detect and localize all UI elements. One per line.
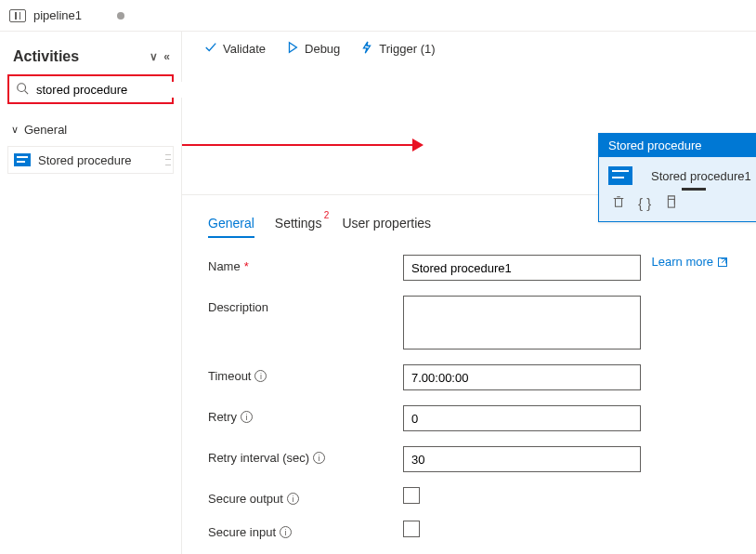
info-icon[interactable]: i — [280, 526, 292, 538]
lightning-icon — [360, 41, 373, 57]
trigger-button[interactable]: Trigger (1) — [360, 41, 435, 57]
description-input[interactable] — [403, 296, 641, 350]
tab-user-properties[interactable]: User properties — [342, 210, 431, 238]
name-label: Name — [208, 259, 241, 273]
info-icon[interactable]: i — [313, 452, 325, 464]
timeout-input[interactable] — [403, 364, 641, 390]
learn-more-link[interactable]: Learn more — [652, 255, 728, 269]
secure-output-checkbox[interactable] — [403, 487, 420, 504]
node-name: Stored procedure1 — [651, 169, 751, 183]
settings-badge: 2 — [324, 210, 330, 220]
expand-collapse-icon[interactable]: ∨ — [150, 50, 158, 63]
pipeline-canvas[interactable]: Stored procedure Stored procedure1 { } — [182, 68, 756, 194]
annotation-arrow-head — [412, 138, 424, 152]
validate-button[interactable]: Validate — [204, 41, 266, 57]
group-label: General — [24, 123, 67, 137]
activity-label: Stored procedure — [38, 153, 131, 167]
name-input[interactable] — [403, 255, 641, 281]
activities-search-input[interactable] — [34, 82, 194, 98]
play-icon — [286, 41, 299, 57]
svg-rect-6 — [669, 199, 675, 207]
code-icon[interactable]: { } — [638, 195, 651, 211]
check-icon — [204, 41, 217, 57]
svg-point-0 — [18, 83, 26, 91]
activity-stored-procedure[interactable]: Stored procedure — [7, 146, 174, 174]
stored-procedure-icon — [14, 153, 31, 166]
retry-interval-label: Retry interval (sec) — [208, 451, 309, 465]
stored-procedure-icon — [608, 166, 632, 185]
search-highlight — [7, 74, 174, 104]
node-type-label: Stored procedure — [599, 134, 756, 157]
copy-icon[interactable] — [664, 195, 677, 211]
activities-heading: Activities — [13, 48, 79, 65]
chevron-down-icon: ∨ — [11, 124, 19, 136]
secure-input-label: Secure input — [208, 525, 276, 539]
retry-interval-input[interactable] — [403, 446, 641, 472]
unsaved-indicator-icon — [117, 12, 124, 20]
info-icon[interactable]: i — [254, 370, 267, 382]
tab-settings[interactable]: Settings 2 — [275, 210, 322, 238]
secure-output-label: Secure output — [208, 492, 283, 506]
info-icon[interactable]: i — [241, 411, 253, 423]
required-indicator: * — [244, 259, 249, 273]
drag-handle-icon[interactable] — [165, 152, 171, 167]
collapse-panel-icon[interactable]: « — [163, 50, 170, 63]
annotation-arrow — [182, 144, 414, 146]
description-label: Description — [208, 300, 268, 314]
tab-general[interactable]: General — [208, 210, 254, 238]
activity-node-stored-procedure[interactable]: Stored procedure Stored procedure1 { } — [598, 133, 756, 222]
pipeline-icon — [9, 9, 26, 22]
retry-label: Retry — [208, 410, 237, 424]
debug-button[interactable]: Debug — [286, 41, 340, 57]
search-icon — [16, 82, 29, 98]
secure-input-checkbox[interactable] — [403, 521, 420, 537]
timeout-label: Timeout — [208, 369, 251, 383]
svg-rect-3 — [616, 199, 622, 207]
delete-icon[interactable] — [612, 195, 625, 211]
svg-line-9 — [722, 258, 726, 263]
group-general[interactable]: ∨ General — [7, 117, 174, 142]
svg-line-1 — [25, 90, 29, 94]
info-icon[interactable]: i — [287, 493, 299, 505]
pipeline-title: pipeline1 — [33, 8, 82, 22]
retry-input[interactable] — [403, 405, 641, 431]
svg-marker-2 — [290, 43, 297, 53]
resize-handle[interactable] — [682, 188, 706, 191]
